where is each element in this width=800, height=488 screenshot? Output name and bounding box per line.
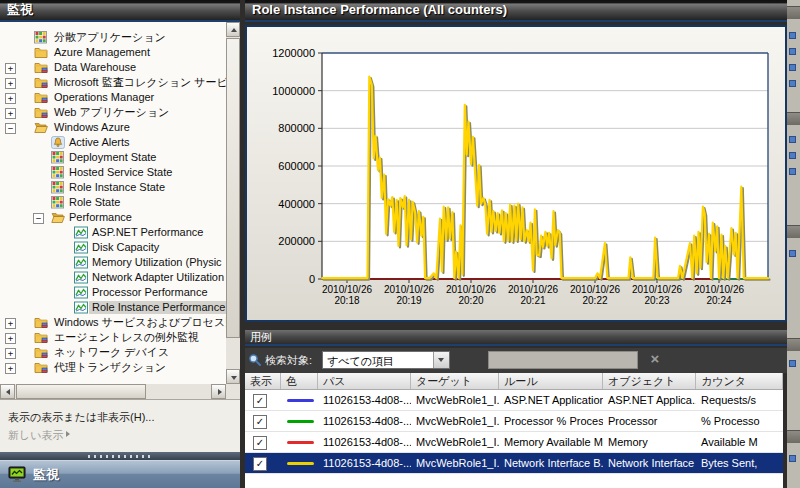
actions-item-icon[interactable] bbox=[789, 48, 796, 55]
actions-item-icon[interactable] bbox=[789, 32, 796, 39]
tree-item[interactable]: Deployment State bbox=[0, 150, 226, 165]
show-checkbox[interactable]: ✓ bbox=[253, 436, 267, 450]
arrow-up-icon bbox=[231, 28, 237, 32]
new-view-link[interactable]: 新しい表示 bbox=[8, 428, 64, 443]
actions-item-icon[interactable] bbox=[789, 360, 796, 367]
legend-row[interactable]: ✓11026153-4d08-...MvcWebRole1_I...Networ… bbox=[245, 453, 783, 474]
show-checkbox[interactable]: ✓ bbox=[253, 394, 267, 408]
scroll-down-button[interactable] bbox=[226, 369, 240, 384]
state-grid-icon bbox=[51, 196, 65, 209]
x-tick-date: 2010/10/26 bbox=[375, 284, 443, 295]
cell-object: Network Interface bbox=[603, 453, 696, 473]
perf-chart-icon bbox=[74, 256, 88, 269]
tree-item[interactable]: +代理トランザクション bbox=[0, 360, 226, 375]
expand-plus-icon[interactable]: + bbox=[5, 93, 16, 104]
actions-pane-cutoff bbox=[787, 0, 800, 488]
legend-row[interactable]: ✓11026153-4d08-...MvcWebRole1_I...Memory… bbox=[245, 432, 783, 453]
scrollbar-corner bbox=[226, 384, 240, 399]
arrow-down-icon bbox=[231, 376, 237, 380]
state-grid-icon bbox=[51, 151, 65, 164]
tree-item[interactable]: Role State bbox=[0, 195, 226, 210]
expand-plus-icon[interactable]: + bbox=[5, 318, 16, 329]
actions-section-bar[interactable] bbox=[787, 430, 800, 443]
tree-item[interactable]: Azure Management bbox=[0, 45, 226, 60]
tree-item[interactable]: +Operations Manager bbox=[0, 90, 226, 105]
search-scope-dropdown[interactable]: すべての項目 bbox=[322, 351, 450, 369]
tree-item[interactable]: +ネットワーク デバイス bbox=[0, 345, 226, 360]
performance-chart-panel: 120000010000008000006000004000002000000 … bbox=[245, 25, 787, 322]
tree-item[interactable]: +Windows サービスおよびプロセス監視 bbox=[0, 315, 226, 330]
clear-search-icon[interactable]: × bbox=[645, 349, 665, 369]
tree-item[interactable]: −Performance bbox=[0, 210, 226, 225]
show-checkbox[interactable]: ✓ bbox=[253, 457, 267, 471]
collapse-minus-icon[interactable]: − bbox=[33, 213, 44, 224]
arrow-right-icon bbox=[218, 389, 222, 395]
legend-table: 表示色パスターゲットルールオブジェクトカウンタ ✓11026153-4d08-.… bbox=[245, 373, 783, 488]
tree-item[interactable]: +Microsoft 監査コレクション サービス bbox=[0, 75, 226, 90]
scroll-thumb[interactable] bbox=[16, 384, 146, 399]
x-tick-label: 2010/10/2620:19 bbox=[375, 284, 443, 306]
cell-path: 11026153-4d08-... bbox=[318, 390, 411, 410]
cell-object: Memory bbox=[603, 432, 696, 452]
column-header[interactable]: 色 bbox=[281, 373, 318, 389]
tree-item[interactable]: Memory Utilization (Physic bbox=[0, 255, 226, 270]
scroll-thumb[interactable] bbox=[226, 38, 240, 338]
actions-item-icon[interactable] bbox=[789, 152, 796, 159]
tree-item[interactable]: Processor Performance bbox=[0, 285, 226, 300]
y-tick-label: 400000 bbox=[247, 198, 315, 210]
expand-plus-icon[interactable]: + bbox=[5, 333, 16, 344]
dropdown-button[interactable] bbox=[433, 352, 449, 368]
actions-item-icon[interactable] bbox=[789, 168, 796, 175]
column-header[interactable]: 表示 bbox=[245, 373, 281, 389]
actions-item-icon[interactable] bbox=[789, 80, 796, 87]
column-header[interactable]: ターゲット bbox=[411, 373, 499, 389]
legend-row[interactable]: ✓11026153-4d08-...MvcWebRole1_I...ASP.NE… bbox=[245, 390, 783, 411]
tree-item-label: Web アプリケーション bbox=[51, 106, 172, 119]
tree-item[interactable]: −Windows Azure bbox=[0, 120, 226, 135]
tree-item[interactable]: Role Instance State bbox=[0, 180, 226, 195]
tree-vertical-scrollbar[interactable] bbox=[226, 22, 240, 384]
tree-item-label: Azure Management bbox=[51, 46, 153, 59]
tree-item[interactable]: ASP.NET Performance bbox=[0, 225, 226, 240]
tree-item[interactable]: Disk Capacity bbox=[0, 240, 226, 255]
show-checkbox[interactable]: ✓ bbox=[253, 415, 267, 429]
wunderbar-splitter[interactable] bbox=[0, 452, 240, 460]
x-tick-time: 20:24 bbox=[685, 295, 753, 306]
expand-plus-icon[interactable]: + bbox=[5, 348, 16, 359]
scroll-up-button[interactable] bbox=[226, 22, 240, 37]
actions-section-bar[interactable] bbox=[787, 225, 800, 238]
tree-item[interactable]: Hosted Service State bbox=[0, 165, 226, 180]
tree-item[interactable]: Network Adapter Utilization bbox=[0, 270, 226, 285]
tree-item[interactable]: +Web アプリケーション bbox=[0, 105, 226, 120]
expand-plus-icon[interactable]: + bbox=[5, 108, 16, 119]
actions-item-icon[interactable] bbox=[789, 250, 796, 257]
collapse-minus-icon[interactable]: − bbox=[5, 123, 16, 134]
search-input[interactable] bbox=[488, 351, 638, 369]
legend-row[interactable]: ✓11026153-4d08-...MvcWebRole1_I...Proces… bbox=[245, 411, 783, 432]
nav-monitoring-button[interactable]: 監視 bbox=[0, 460, 240, 488]
tree-item[interactable]: +Data Warehouse bbox=[0, 60, 226, 75]
column-header[interactable]: オブジェクト bbox=[603, 373, 696, 389]
scroll-left-button[interactable] bbox=[0, 384, 15, 399]
actions-item-icon[interactable] bbox=[789, 136, 796, 143]
actions-section-bar[interactable] bbox=[787, 6, 800, 19]
column-header[interactable]: ルール bbox=[499, 373, 603, 389]
tree-horizontal-scrollbar[interactable] bbox=[0, 384, 226, 399]
tree-item[interactable]: Role Instance Performance bbox=[0, 300, 226, 315]
tree-item[interactable]: Active Alerts bbox=[0, 135, 226, 150]
actions-item-icon[interactable] bbox=[789, 64, 796, 71]
actions-section-bar[interactable] bbox=[787, 112, 800, 125]
actions-item-icon[interactable] bbox=[789, 455, 796, 462]
tree-item[interactable]: +エージェントレスの例外監視 bbox=[0, 330, 226, 345]
expand-plus-icon[interactable]: + bbox=[5, 363, 16, 374]
expand-plus-icon[interactable]: + bbox=[5, 63, 16, 74]
folder-icon bbox=[34, 76, 48, 89]
scroll-right-button[interactable] bbox=[211, 384, 226, 399]
tree-item-label: ネットワーク デバイス bbox=[51, 346, 172, 359]
column-header[interactable]: パス bbox=[318, 373, 411, 389]
show-hide-views-link[interactable]: 表示の表示または非表示(H)... bbox=[8, 410, 154, 425]
actions-section-bar[interactable] bbox=[787, 338, 800, 351]
tree-item[interactable]: 分散アプリケーション bbox=[0, 30, 226, 45]
column-header[interactable]: カウンタ bbox=[696, 373, 783, 389]
expand-plus-icon[interactable]: + bbox=[5, 78, 16, 89]
